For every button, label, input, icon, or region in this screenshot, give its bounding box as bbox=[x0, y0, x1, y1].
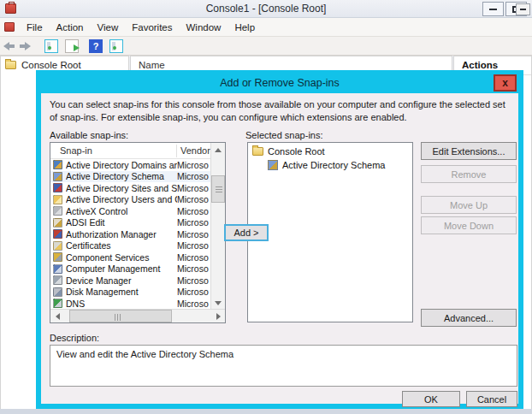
menu-item[interactable]: View bbox=[91, 20, 126, 35]
snapin-vendor: Microso bbox=[177, 206, 211, 216]
scroll-left-icon[interactable] bbox=[50, 310, 64, 322]
snapin-vendor: Microso bbox=[177, 160, 211, 170]
window-frame-bottom bbox=[0, 409, 532, 414]
active-directory-sites-icon bbox=[53, 183, 62, 192]
child-minimize-button[interactable] bbox=[516, 3, 530, 15]
dialog-close-button[interactable]: x bbox=[494, 74, 517, 92]
description-label: Description: bbox=[50, 333, 99, 343]
snapin-vendor: Microso bbox=[177, 217, 211, 228]
certificates-icon bbox=[53, 241, 62, 251]
column-divider bbox=[176, 145, 177, 157]
snapin-row[interactable]: Certificates Microso bbox=[50, 240, 211, 252]
snapin-vendor: Microso bbox=[177, 194, 211, 204]
snapin-vendor: Microso bbox=[177, 299, 211, 309]
snapin-label: Disk Management bbox=[66, 287, 177, 297]
ok-button[interactable]: OK bbox=[402, 391, 460, 407]
snapin-vendor: Microso bbox=[177, 183, 211, 193]
snapin-row[interactable]: Active Directory Schema Microso bbox=[50, 171, 211, 183]
snapin-label: Active Directory Schema bbox=[66, 171, 177, 181]
menu-item[interactable]: Help bbox=[228, 20, 262, 35]
tree-item-label: Console Root bbox=[21, 60, 81, 70]
description-box: View and edit the Active Directory Schem… bbox=[50, 345, 517, 387]
scroll-up-icon[interactable] bbox=[211, 143, 225, 157]
window-title: Console1 - [Console Root] bbox=[0, 3, 532, 15]
snapin-column-header[interactable]: Snap-in bbox=[60, 145, 92, 156]
snapin-row[interactable]: ActiveX Control Microso bbox=[50, 205, 211, 217]
dns-icon bbox=[53, 299, 62, 308]
selected-console-root[interactable]: Console Root bbox=[252, 146, 325, 157]
snapin-label: Active Directory Domains and ... bbox=[66, 160, 177, 170]
snapin-label: DNS bbox=[66, 299, 177, 309]
snapin-vendor: Microso bbox=[177, 252, 211, 263]
menu-item[interactable]: Action bbox=[50, 20, 91, 35]
show-console-tree-icon[interactable] bbox=[44, 39, 58, 53]
snapin-vendor: Microso bbox=[177, 171, 211, 181]
back-icon[interactable] bbox=[3, 40, 15, 51]
tree-item-console-root[interactable]: Console Root bbox=[5, 60, 81, 70]
advanced-button[interactable]: Advanced... bbox=[421, 309, 517, 327]
vertical-scroll-thumb[interactable] bbox=[211, 175, 225, 203]
forward-icon[interactable] bbox=[19, 40, 31, 51]
snapin-vendor: Microso bbox=[177, 240, 211, 251]
active-directory-users-icon bbox=[53, 195, 62, 204]
snapin-vendor: Microso bbox=[177, 275, 211, 286]
vertical-scrollbar[interactable] bbox=[210, 143, 225, 310]
mmc-child-icon bbox=[4, 22, 15, 32]
snapin-row[interactable]: DNS Microso bbox=[50, 298, 211, 310]
add-button[interactable]: Add > bbox=[224, 224, 269, 241]
active-directory-schema-icon bbox=[268, 160, 278, 170]
help-icon[interactable]: ? bbox=[89, 39, 103, 53]
export-list-icon[interactable] bbox=[65, 39, 79, 53]
remove-button[interactable]: Remove bbox=[421, 165, 517, 183]
authorization-manager-icon bbox=[53, 229, 62, 239]
horizontal-scroll-thumb[interactable] bbox=[69, 310, 172, 322]
menu-bar: FileActionViewFavoritesWindowHelp bbox=[0, 18, 532, 37]
add-remove-snapins-dialog: Add or Remove Snap-ins x You can select … bbox=[36, 70, 523, 409]
dialog-body: You can select snap-ins for this console… bbox=[41, 94, 518, 404]
cancel-button[interactable]: Cancel bbox=[466, 391, 517, 407]
snapin-row[interactable]: Active Directory Sites and Ser... Micros… bbox=[50, 182, 211, 194]
selected-snapins-tree: Console Root Active Directory Schema bbox=[247, 142, 413, 322]
menu-item[interactable]: Favorites bbox=[125, 20, 179, 35]
move-up-button[interactable]: Move Up bbox=[421, 196, 517, 214]
snapin-label: Active Directory Sites and Ser... bbox=[66, 183, 177, 193]
available-snapins-list: Snap-in Vendor Active Directory Domains … bbox=[50, 142, 226, 323]
selected-snapin-item[interactable]: Active Directory Schema bbox=[268, 160, 385, 170]
snapin-label: ADSI Edit bbox=[66, 217, 177, 228]
menu-item[interactable]: Window bbox=[180, 20, 228, 35]
snapin-row[interactable]: ADSI Edit Microso bbox=[50, 217, 211, 229]
snapin-vendor: Microso bbox=[177, 229, 211, 240]
snapin-label: ActiveX Control bbox=[66, 206, 177, 216]
active-directory-schema-icon bbox=[53, 172, 62, 181]
snapin-row[interactable]: Computer Management Microso bbox=[50, 263, 211, 275]
snapin-row[interactable]: Active Directory Domains and ... Microso bbox=[50, 159, 211, 171]
snapin-label: Computer Management bbox=[66, 263, 177, 274]
scroll-right-icon[interactable] bbox=[211, 310, 225, 322]
snapin-label: Authorization Manager bbox=[66, 229, 177, 240]
dialog-title: Add or Remove Snap-ins bbox=[40, 77, 519, 89]
horizontal-scrollbar[interactable] bbox=[50, 309, 225, 322]
snapin-row[interactable]: Authorization Manager Microso bbox=[50, 228, 211, 240]
mmc-window: Console1 - [Console Root] FileActionView… bbox=[0, 0, 532, 414]
minimize-icon bbox=[520, 9, 526, 10]
new-window-icon[interactable] bbox=[109, 39, 123, 53]
snapin-label: Active Directory Users and Co... bbox=[66, 194, 177, 204]
edit-extensions-button[interactable]: Edit Extensions... bbox=[421, 142, 517, 160]
snapin-vendor: Microso bbox=[177, 287, 211, 297]
scroll-down-icon[interactable] bbox=[211, 296, 225, 310]
toolbar: ? bbox=[0, 37, 532, 56]
menu-item[interactable]: File bbox=[20, 20, 50, 35]
snapin-vendor: Microso bbox=[177, 263, 211, 274]
folder-icon bbox=[5, 61, 16, 69]
snapin-row[interactable]: Active Directory Users and Co... Microso bbox=[50, 194, 211, 206]
window-titlebar: Console1 - [Console Root] bbox=[0, 0, 532, 18]
move-down-button[interactable]: Move Down bbox=[421, 216, 517, 234]
snapin-row[interactable]: Device Manager Microso bbox=[50, 275, 211, 287]
snapin-row[interactable]: Disk Management Microso bbox=[50, 287, 211, 299]
computer-management-icon bbox=[53, 264, 62, 274]
list-column-headers: Snap-in Vendor bbox=[50, 143, 211, 159]
vendor-column-header[interactable]: Vendor bbox=[180, 145, 210, 156]
snapin-row[interactable]: Component Services Microso bbox=[50, 251, 211, 263]
minimize-button[interactable] bbox=[482, 2, 504, 16]
folder-icon bbox=[252, 147, 263, 156]
